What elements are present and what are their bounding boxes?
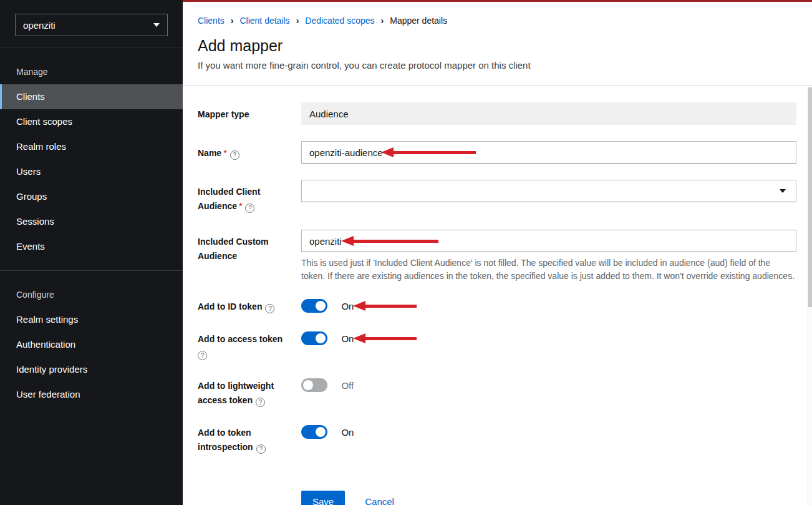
name-label: Name*?	[198, 141, 301, 164]
chevron-right-icon: ›	[296, 16, 299, 26]
toggle-knob	[316, 301, 326, 311]
sidebar-item-realm-roles[interactable]: Realm roles	[0, 134, 183, 159]
sidebar-item-label: Realm roles	[16, 141, 66, 152]
included-custom-audience-field: This is used just if 'Included Client Au…	[301, 230, 796, 283]
mapper-type-input	[301, 102, 796, 125]
toggle-state-text: On	[341, 333, 354, 344]
sidebar-item-users[interactable]: Users	[0, 159, 183, 184]
realm-name: openziti	[23, 20, 56, 31]
breadcrumb-link-client-details[interactable]: Client details	[239, 16, 289, 26]
sidebar-item-label: Groups	[16, 191, 47, 202]
arrow-head	[353, 301, 365, 311]
breadcrumb: Clients › Client details › Dedicated sco…	[198, 16, 796, 26]
sidebar-item-clients[interactable]: Clients	[0, 84, 183, 109]
sidebar-item-sessions[interactable]: Sessions	[0, 209, 183, 234]
toggle-add-to-access-token[interactable]	[301, 331, 327, 345]
sidebar-item-client-scopes[interactable]: Client scopes	[0, 109, 183, 134]
name-input[interactable]	[301, 141, 796, 164]
chevron-down-icon	[153, 23, 160, 27]
mapper-type-label: Mapper type	[198, 102, 301, 125]
label-text: Add to access token	[198, 334, 283, 344]
breadcrumb-link-dedicated-scopes[interactable]: Dedicated scopes	[305, 16, 374, 26]
red-arrow-annotation	[353, 333, 417, 343]
chevron-right-icon: ›	[231, 16, 234, 26]
help-icon[interactable]: ?	[256, 398, 265, 407]
toggle-state-text: On	[341, 427, 354, 438]
required-asterisk: *	[223, 148, 226, 158]
add-to-token-introspection-row: Add to token introspection? On	[198, 425, 796, 454]
page-title: Add mapper	[198, 37, 796, 55]
actions-spacer	[198, 491, 301, 505]
included-custom-audience-input[interactable]	[301, 230, 796, 252]
included-custom-audience-helper: This is used just if 'Included Client Au…	[301, 257, 796, 283]
toggle-add-to-token-introspection[interactable]	[301, 425, 327, 439]
sidebar-item-groups[interactable]: Groups	[0, 184, 183, 209]
help-icon[interactable]: ?	[198, 351, 207, 360]
realm-selector[interactable]: openziti	[15, 14, 168, 36]
included-client-audience-row: Included Client Audience*?	[198, 180, 796, 213]
add-to-id-token-label: Add to ID token?	[198, 299, 301, 314]
sidebar-item-label: Clients	[16, 91, 45, 102]
breadcrumb-current: Mapper details	[390, 16, 447, 26]
add-to-access-token-field: On	[301, 331, 796, 361]
sidebar-item-user-federation[interactable]: User federation	[0, 382, 183, 407]
sidebar-item-label: Realm settings	[16, 314, 78, 325]
realm-selector-block: openziti	[0, 0, 183, 48]
add-to-lightweight-access-token-label: Add to lightweight access token?	[198, 378, 301, 408]
mapper-type-row: Mapper type	[198, 102, 796, 125]
label-text: Add to token introspection	[198, 428, 253, 452]
add-to-token-introspection-label: Add to token introspection?	[198, 425, 301, 454]
add-to-lightweight-access-token-field: Off	[301, 378, 796, 408]
add-mapper-form: Mapper type Name*?	[183, 86, 812, 505]
help-icon[interactable]: ?	[230, 150, 239, 160]
arrow-tail	[365, 305, 417, 308]
sidebar-item-authentication[interactable]: Authentication	[0, 332, 183, 357]
included-client-audience-label: Included Client Audience*?	[198, 180, 301, 213]
form-actions: Save Cancel	[198, 491, 796, 505]
help-icon[interactable]: ?	[256, 444, 266, 454]
red-arrow-annotation	[353, 301, 417, 311]
toggle-knob	[316, 333, 326, 343]
arrow-tail	[365, 337, 417, 340]
toggle-knob	[316, 427, 326, 437]
toggle-knob	[303, 380, 313, 390]
save-button[interactable]: Save	[301, 491, 345, 505]
help-icon[interactable]: ?	[265, 304, 274, 313]
included-client-audience-select[interactable]	[301, 180, 796, 202]
label-text: Name	[198, 148, 221, 158]
required-asterisk: *	[239, 201, 242, 211]
add-to-access-token-row: Add to access token ? On	[198, 331, 796, 361]
breadcrumb-link-clients[interactable]: Clients	[198, 16, 225, 26]
sidebar-item-identity-providers[interactable]: Identity providers	[0, 357, 183, 382]
toggle-add-to-id-token[interactable]	[301, 299, 327, 313]
name-field	[301, 141, 796, 164]
help-icon[interactable]: ?	[245, 203, 254, 213]
label-text: Included Custom Audience	[198, 237, 269, 261]
page-header: Clients › Client details › Dedicated sco…	[183, 2, 812, 86]
included-custom-audience-row: Included Custom Audience This is used ju…	[198, 230, 796, 283]
nav-manage: Clients Client scopes Realm roles Users …	[0, 84, 183, 259]
nav-section-manage-title: Manage	[0, 48, 183, 84]
nav-section-configure-title: Configure	[0, 271, 183, 307]
label-text: Add to ID token	[198, 302, 262, 311]
toggle-add-to-lightweight-access-token[interactable]	[301, 378, 327, 392]
sidebar-item-label: Identity providers	[16, 364, 87, 375]
add-to-id-token-row: Add to ID token? On	[198, 299, 796, 314]
included-client-audience-field	[301, 180, 796, 213]
nav-configure: Realm settings Authentication Identity p…	[0, 307, 183, 407]
app-window: openziti Manage Clients Client scopes Re…	[0, 0, 812, 505]
sidebar-item-label: User federation	[16, 389, 80, 400]
vertical-scrollbar[interactable]	[808, 87, 812, 505]
scrollbar-thumb[interactable]	[808, 87, 812, 307]
sidebar-item-label: Authentication	[16, 339, 75, 350]
add-to-lightweight-access-token-row: Add to lightweight access token? Off	[198, 378, 796, 408]
sidebar-item-label: Client scopes	[16, 116, 72, 127]
caret-down-icon	[780, 189, 786, 193]
add-to-access-token-label: Add to access token ?	[198, 331, 301, 361]
chevron-right-icon: ›	[381, 16, 384, 26]
cancel-button[interactable]: Cancel	[365, 496, 394, 505]
sidebar-item-events[interactable]: Events	[0, 234, 183, 259]
sidebar-item-realm-settings[interactable]: Realm settings	[0, 307, 183, 332]
add-to-id-token-field: On	[301, 299, 796, 314]
sidebar-item-label: Users	[16, 166, 41, 177]
